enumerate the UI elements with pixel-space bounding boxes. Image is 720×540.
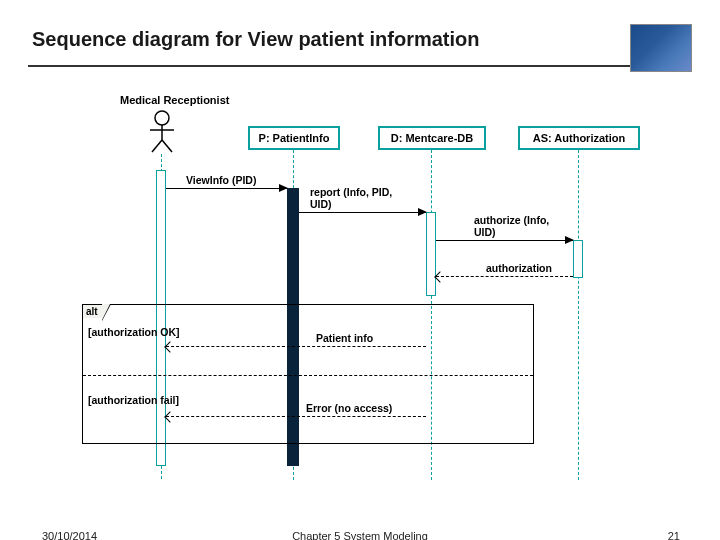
- sequence-diagram: Medical Receptionist P: PatientInfo D: M…: [88, 94, 648, 484]
- msg-report-label: report (Info, PID, UID): [310, 186, 392, 210]
- participant-authorization: AS: Authorization: [518, 126, 640, 150]
- guard-ok: [authorization OK]: [88, 326, 180, 338]
- alt-tag: alt: [82, 304, 102, 318]
- header-rule: [28, 65, 692, 67]
- svg-line-3: [152, 140, 162, 152]
- msg-authorize-label: authorize (Info, UID): [474, 214, 549, 238]
- guard-fail: [authorization fail]: [88, 394, 179, 406]
- footer-page-number: 21: [668, 530, 680, 540]
- svg-point-0: [155, 111, 169, 125]
- alt-frame: alt: [82, 304, 534, 444]
- slide-title: Sequence diagram for View patient inform…: [32, 28, 688, 51]
- msg-error-return: [166, 416, 426, 417]
- actor-label: Medical Receptionist: [120, 94, 229, 106]
- msg-viewinfo: [166, 188, 287, 189]
- msg-authorization-label: authorization: [486, 262, 552, 274]
- msg-error-label: Error (no access): [306, 402, 392, 414]
- msg-patientinfo-return: [166, 346, 426, 347]
- alt-divider: [83, 375, 533, 376]
- msg-report: [299, 212, 426, 213]
- msg-patientinfo-label: Patient info: [316, 332, 373, 344]
- participant-patientinfo: P: PatientInfo: [248, 126, 340, 150]
- actor-icon: [148, 110, 176, 154]
- activation-as: [573, 240, 583, 278]
- msg-authorization-return: [436, 276, 573, 277]
- footer-chapter: Chapter 5 System Modeling: [0, 530, 720, 540]
- msg-viewinfo-label: ViewInfo (PID): [186, 174, 256, 186]
- svg-line-4: [162, 140, 172, 152]
- book-cover-thumbnail: [630, 24, 692, 72]
- activation-d: [426, 212, 436, 296]
- participant-mentcare-db: D: Mentcare-DB: [378, 126, 486, 150]
- msg-authorize: [436, 240, 573, 241]
- lifeline-as: [578, 150, 579, 480]
- slide-header: Sequence diagram for View patient inform…: [0, 0, 720, 59]
